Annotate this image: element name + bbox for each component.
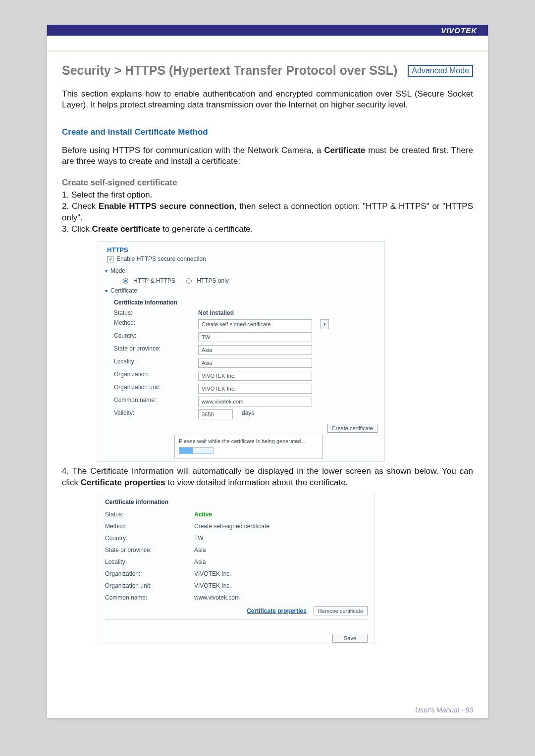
cn-value: www.vivotek.com [194,594,240,601]
status-key: Status: [105,511,194,518]
mode-http-https-label: HTTP & HTTPS [133,277,175,284]
status-value: Not installed [198,309,234,316]
save-button[interactable]: Save [332,634,368,643]
before-paragraph: Before using HTTPS for communication wit… [62,145,473,167]
locality-key: Locality: [105,558,194,565]
intro-paragraph: This section explains how to enable auth… [62,89,473,110]
org-key: Organization: [114,371,198,381]
steps-list-cont: The Certificate Information will automat… [62,466,473,489]
method-select-value: Create self-signed certificate [202,321,270,327]
dropdown-icon[interactable]: ▾ [320,319,329,329]
enable-https-checkbox[interactable]: ✓ [107,256,113,262]
status-value: Active [194,511,212,518]
method-key: Method: [105,523,194,530]
validity-input[interactable]: 3650 [198,409,233,419]
cn-key: Common name: [105,594,194,601]
text-bold: Enable HTTPS secure connection [99,202,234,211]
sub-heading: Create self-signed certificate [62,178,473,188]
text-bold: Create certificate [92,224,160,234]
panel-legend: HTTPS [105,246,128,253]
create-certificate-button[interactable]: Create certificate [327,424,377,433]
step-2: Check Enable HTTPS secure connection, th… [62,201,473,224]
locality-value: Asia [194,558,206,565]
mode-https-only-label: HTTPS only [197,277,229,284]
page-number: 93 [465,706,473,714]
certificate-properties-link[interactable]: Certificate properties [247,607,307,614]
brand-bar: VIVOTEK [47,25,488,36]
orgunit-key: Organization unit: [105,582,194,589]
method-value: Create self-signed certificate [194,523,269,530]
chevron-down-icon: ▾ [105,288,107,294]
enable-https-row: ✓ Enable HTTPS secure connection [107,255,377,262]
state-input[interactable]: Asia [198,345,312,355]
brand-name: VIVOTEK [441,26,477,35]
section-heading: Create and Install Certificate Method [62,127,473,137]
validity-unit: days [242,409,254,419]
step-1: Select the first option. [62,190,473,201]
mode-header[interactable]: ▾ Mode: [105,267,377,274]
org-input[interactable]: VIVOTEK Inc. [198,371,312,381]
mode-http-https-radio[interactable] [123,278,128,284]
remove-certificate-button[interactable]: Remove certificate [314,606,368,615]
step-3: Click Create certificate to generate a c… [62,224,473,235]
wait-message: Please wait while the certificate is bei… [179,438,306,444]
cert-info-panel: Certificate information Status:Active Me… [98,494,375,644]
chevron-down-icon: ▾ [105,268,107,274]
country-input[interactable]: TW [198,332,312,342]
mode-https-only-radio[interactable] [186,278,192,284]
text: to generate a certificate. [160,224,253,234]
enable-https-label: Enable HTTPS secure connection [116,255,206,262]
status-key: Status: [114,309,198,316]
country-value: TW [194,535,204,542]
org-value: VIVOTEK Inc. [194,570,231,577]
cert-info-header: Certificate information [105,499,368,505]
orgunit-input[interactable]: VIVOTEK Inc. [198,384,312,394]
text: Before using HTTPS for communication wit… [62,146,324,155]
org-key: Organization: [105,570,194,577]
page-content: Security > HTTPS (Hypertext Transfer Pro… [47,51,488,662]
orgunit-key: Organization unit: [114,384,198,394]
advanced-mode-badge: Advanced Mode [408,65,473,77]
cn-input[interactable]: www.vivotek.com [198,397,312,406]
country-key: Country: [114,332,198,342]
text-bold: Certificate properties [81,478,165,487]
state-key: State or province: [105,547,194,554]
footer-label: User's Manual - [415,706,465,714]
text-bold: Certificate [324,146,365,155]
wait-message-box: Please wait while the certificate is bei… [174,435,323,458]
cn-key: Common name: [114,397,198,406]
document-page: VIVOTEK Security > HTTPS (Hypertext Tran… [47,25,488,718]
text: to view detailed information about the c… [165,478,348,487]
orgunit-value: VIVOTEK Inc. [194,582,231,589]
page-footer: User's Manual - 93 [415,706,473,714]
locality-key: Locality: [114,358,198,368]
text: Click [71,224,92,234]
certificate-label: Certificate: [110,287,139,294]
cert-info-header: Certificate information [114,299,377,306]
method-key: Method: [114,319,198,329]
country-key: Country: [105,535,194,542]
mode-label: Mode: [110,267,127,274]
progress-bar [179,447,214,454]
locality-input[interactable]: Asia [198,358,312,368]
method-select[interactable]: Create self-signed certificate [198,319,312,329]
https-config-panel: HTTPS ✓ Enable HTTPS secure connection ▾… [98,241,385,462]
validity-key: Validity: [114,409,198,419]
text: Check [72,202,99,211]
state-key: State or province: [114,345,198,355]
certificate-header[interactable]: ▾ Certificate: [105,287,377,294]
step-4: The Certificate Information will automat… [62,466,473,489]
mode-options: HTTP & HTTPS HTTPS only [123,277,377,284]
state-value: Asia [194,547,206,554]
steps-list: Select the first option. Check Enable HT… [62,190,473,235]
